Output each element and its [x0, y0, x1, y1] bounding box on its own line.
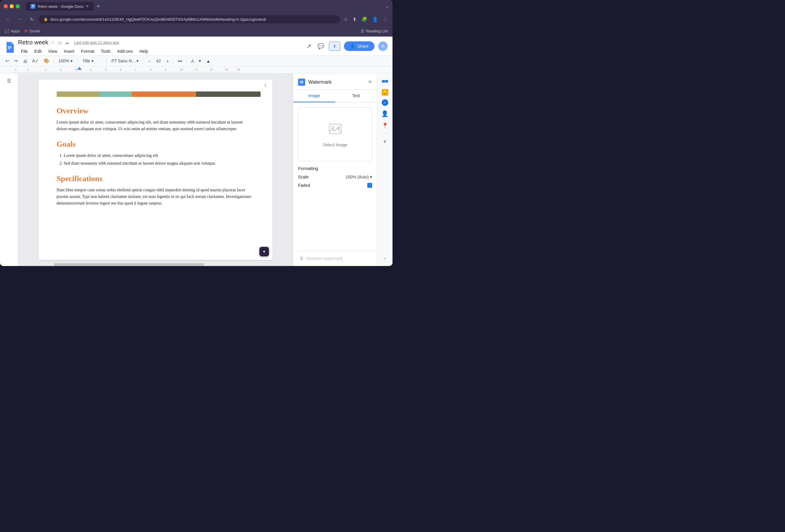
- folder-icon[interactable]: 🗂: [57, 40, 62, 45]
- remove-watermark-button[interactable]: 🗑 Remove watermark: [298, 255, 372, 262]
- bookmark-apps[interactable]: Apps: [5, 29, 20, 33]
- svg-text:13: 13: [225, 68, 228, 71]
- watermark-panel: W Watermark × Image Text: [293, 74, 377, 266]
- doc-content-area[interactable]: 1 Overview Lorem ipsum dolor sit amet, c…: [18, 74, 293, 266]
- keep-icon-label: 💡: [383, 90, 387, 95]
- active-tab[interactable]: Retro week - Google Docs ✕: [26, 2, 94, 10]
- scale-row: Scale 100% (Auto) ▾: [298, 175, 372, 179]
- menu-insert[interactable]: Insert: [61, 47, 77, 55]
- back-button[interactable]: ←: [4, 15, 13, 23]
- spell-check-button[interactable]: A✓: [30, 57, 41, 65]
- specifications-body: Nam liber tempor cum soluta nobis eleife…: [57, 187, 255, 207]
- horizontal-scrollbar[interactable]: [36, 263, 293, 266]
- redo-button[interactable]: ↪: [12, 57, 20, 65]
- menu-edit[interactable]: Edit: [31, 47, 45, 55]
- forward-button[interactable]: →: [16, 15, 25, 23]
- refresh-button[interactable]: ↻: [28, 15, 36, 23]
- expand-toolbar-button[interactable]: ▲: [204, 57, 212, 65]
- color-seg-1: [57, 92, 100, 97]
- watermark-tab-image[interactable]: Image: [293, 90, 335, 102]
- svg-text:2: 2: [60, 68, 61, 71]
- extensions-button[interactable]: 🧩: [360, 15, 369, 23]
- reading-list-icon: ☰: [361, 29, 364, 33]
- google-calendar-icon[interactable]: 31: [380, 76, 390, 87]
- bookmark-star-button[interactable]: ☆: [343, 15, 349, 23]
- more-toolbar-options[interactable]: •••: [176, 57, 184, 65]
- close-traffic-light[interactable]: [4, 4, 8, 8]
- tab-chevron-icon[interactable]: ⌄: [385, 4, 389, 9]
- screen-cast-button[interactable]: ⬆: [351, 15, 358, 23]
- address-bar[interactable]: 🔒 docs.google.com/document/d/1xG1zOE4X_H…: [39, 15, 340, 23]
- more-menu-button[interactable]: ⋮: [382, 15, 389, 23]
- font-size-decrease-button[interactable]: −: [146, 57, 153, 65]
- tab-favicon: [31, 4, 35, 9]
- google-keep-icon[interactable]: 💡: [382, 89, 388, 96]
- plus-icon: +: [383, 138, 387, 145]
- last-edit-text[interactable]: Last edit was 11 days ago: [74, 40, 119, 45]
- new-tab-button[interactable]: +: [94, 3, 102, 9]
- svg-rect-5: [8, 47, 11, 48]
- horizontal-scroll-thumb[interactable]: [54, 263, 204, 266]
- calendar-widget: 31: [382, 78, 388, 84]
- svg-rect-4: [8, 46, 11, 47]
- maximize-traffic-light[interactable]: [16, 4, 20, 8]
- style-selector[interactable]: Title ▾: [80, 57, 104, 65]
- apps-grid-icon: [5, 29, 9, 33]
- font-size-increase-button[interactable]: +: [164, 57, 171, 65]
- menu-view[interactable]: View: [45, 47, 60, 55]
- tabs-bar: Retro week - Google Docs ✕ + ⌄: [26, 2, 389, 10]
- docs-toolbar: ↩ ↪ 🖨 A✓ 🎨 100% ▾ Title ▾ PT Sans N...: [0, 56, 392, 66]
- save-to-drive-button[interactable]: ⬆: [329, 42, 340, 51]
- browser-window: Retro week - Google Docs ✕ + ⌄ ← → ↻ 🔒 d…: [0, 0, 392, 266]
- zoom-selector[interactable]: 100% ▾: [56, 57, 75, 65]
- tab-close-button[interactable]: ✕: [86, 4, 89, 8]
- toolbar-caret-button[interactable]: ▾: [197, 57, 203, 65]
- bookmark-gmail[interactable]: M Gmail: [25, 29, 40, 33]
- undo-button[interactable]: ↩: [4, 57, 11, 65]
- comment-icon[interactable]: 💬: [316, 42, 325, 51]
- svg-text:11: 11: [195, 68, 198, 71]
- print-button[interactable]: 🖨: [21, 57, 29, 65]
- google-tasks-icon[interactable]: ✓: [382, 99, 388, 106]
- menu-tools[interactable]: Tools: [98, 47, 113, 55]
- outline-icon[interactable]: ☰: [4, 76, 14, 85]
- profile-avatar-button[interactable]: 👤: [371, 15, 379, 23]
- add-addon-button[interactable]: +: [380, 136, 390, 147]
- font-size-value[interactable]: 42: [153, 57, 164, 65]
- star-icon[interactable]: ☆: [51, 40, 55, 45]
- scale-value-text: 100% (Auto): [346, 175, 369, 179]
- cloud-icon[interactable]: ☁: [65, 40, 69, 45]
- faded-checkbox[interactable]: ✓: [367, 183, 372, 188]
- menu-addons[interactable]: Add-ons: [114, 47, 136, 55]
- menu-format[interactable]: Format: [78, 47, 97, 55]
- watermark-tabs: Image Text: [293, 90, 377, 103]
- scale-selector[interactable]: 100% (Auto) ▾: [346, 175, 372, 179]
- font-selector[interactable]: PT Sans N... ▾: [109, 57, 141, 65]
- minimize-traffic-light[interactable]: [9, 4, 14, 8]
- font-value: PT Sans N...: [111, 58, 135, 63]
- zoom-dropdown-icon: ▾: [71, 58, 73, 63]
- watermark-tab-text[interactable]: Text: [335, 90, 377, 102]
- highlight-color-button[interactable]: A: [189, 57, 196, 65]
- google-contacts-icon[interactable]: 👤: [380, 108, 390, 119]
- menu-file[interactable]: File: [18, 47, 31, 55]
- image-upload-area[interactable]: Select Image: [298, 107, 372, 161]
- docs-logo: [5, 42, 15, 53]
- reading-list-button[interactable]: ☰ Reading List: [361, 29, 388, 33]
- specifications-heading: Specifications: [57, 174, 255, 183]
- docs-title: Retro week: [18, 39, 48, 46]
- svg-text:4: 4: [90, 68, 92, 71]
- trending-icon[interactable]: ↗: [305, 42, 313, 51]
- menu-help[interactable]: Help: [136, 47, 151, 55]
- paint-format-button[interactable]: 🎨: [42, 57, 51, 65]
- share-button[interactable]: 👤 Share: [344, 42, 375, 51]
- svg-text:14: 14: [237, 68, 240, 71]
- collapse-sidebar-button[interactable]: ›: [380, 253, 390, 263]
- watermark-close-button[interactable]: ×: [368, 78, 372, 86]
- toolbar-separator-2: [77, 58, 77, 64]
- user-avatar[interactable]: A: [378, 42, 388, 51]
- watermark-body: Select Image Formatting Scale 100% (Auto…: [293, 103, 377, 251]
- google-maps-icon[interactable]: 📍: [380, 120, 390, 131]
- ai-assist-button[interactable]: ✦: [259, 247, 269, 256]
- remove-watermark-label: Remove watermark: [306, 256, 343, 261]
